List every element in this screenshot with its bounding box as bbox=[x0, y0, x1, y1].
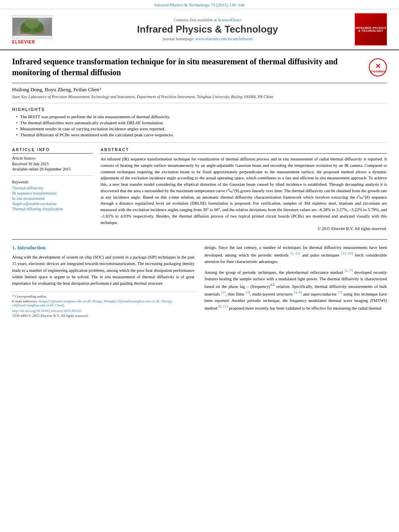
corresponding-author-note: * Corresponding author. bbox=[12, 294, 195, 298]
history-label: Article history: bbox=[12, 156, 93, 160]
journal-title-section: Contents lists available at ScienceDirec… bbox=[60, 18, 355, 41]
keywords-section: Keywords: Thermal diffusivity IR sequenc… bbox=[12, 180, 93, 211]
keywords-label: Keywords: bbox=[12, 180, 93, 184]
list-item: The IRSTT was proposed to perform the in… bbox=[16, 114, 387, 119]
keyword-item: IR sequence transformation bbox=[12, 191, 93, 195]
sciencedirect-line: Contents lists available at ScienceDirec… bbox=[68, 18, 347, 22]
cover-label: INFRARED PHYSICS & TECHNOLOGY bbox=[355, 27, 387, 32]
elsevier-logo-section: ELSEVIER bbox=[12, 15, 60, 44]
ref-2: [2] bbox=[221, 290, 226, 294]
body-paragraph-2: design. Since the last century, a number… bbox=[205, 244, 387, 265]
main-content: Infrared sequence transformation techniq… bbox=[0, 50, 399, 326]
highlights-list: The IRSTT was proposed to perform the in… bbox=[12, 114, 387, 137]
journal-title: Infrared Physics & Technology bbox=[68, 24, 347, 35]
keyword-item: Thermal diffusivity bbox=[12, 186, 93, 190]
ref-12-25: [12–25] bbox=[341, 251, 353, 255]
logo-graphic bbox=[12, 18, 52, 36]
elsevier-tree-icon bbox=[18, 19, 46, 35]
issn-line: 1350-4495/© 2015 Elsevier B.V. All right… bbox=[12, 314, 195, 318]
ref-7: [7] bbox=[338, 290, 342, 294]
abstract-text: An infrared (IR) sequence transformation… bbox=[101, 156, 387, 232]
ref-1-11: [1–11] bbox=[290, 251, 300, 255]
article-history: Article history: Received 30 July 2015 A… bbox=[12, 156, 93, 176]
sciencedirect-link[interactable]: ScienceDirect bbox=[218, 18, 242, 22]
homepage-url[interactable]: www.elsevier.com/locate/infrared bbox=[195, 37, 253, 41]
body-paragraph-1: Along with the development of system on … bbox=[12, 254, 195, 287]
ref-4-6: [4–6] bbox=[294, 290, 302, 294]
body-col-left: 1. Introduction Along with the developme… bbox=[12, 244, 195, 318]
ref-3: [3] bbox=[246, 290, 250, 294]
email-note: E-mail addresses: dongh11@mails.tsinghua… bbox=[12, 299, 195, 307]
article-info-label: ARTICLE INFO bbox=[12, 148, 93, 154]
keyword-item: Thermal diffusing visualization bbox=[12, 207, 93, 211]
abstract-section: ABSTRACT An infrared (IR) sequence trans… bbox=[101, 148, 387, 232]
corresponding-author-marker: * bbox=[99, 86, 102, 92]
list-item: Thermal diffusions of PCBs were monitore… bbox=[16, 132, 387, 137]
journal-header: ELSEVIER Contents lists available at Sci… bbox=[0, 9, 399, 50]
sciencedirect-prefix: Contents lists available at bbox=[173, 18, 218, 22]
journal-cover-image: INFRARED PHYSICS & TECHNOLOGY bbox=[355, 13, 387, 45]
available-date: Available online 26 September 2015 bbox=[12, 167, 93, 171]
article-title-section: Infrared sequence transformation techniq… bbox=[12, 56, 387, 83]
footnote-section: * Corresponding author. E-mail addresses… bbox=[12, 292, 195, 318]
received-date: Received 30 July 2015 bbox=[12, 162, 93, 166]
intro-heading: 1. Introduction bbox=[12, 244, 195, 251]
elsevier-wordmark: ELSEVIER bbox=[12, 40, 35, 44]
crossmark-badge[interactable]: ✕ CrossMark bbox=[369, 58, 387, 76]
authors-text: Huilong Dong, Boyu Zheng, Feifan Chen bbox=[12, 86, 99, 92]
ref-8-11: [8–11] bbox=[218, 304, 228, 308]
keyword-item: Angle-adjustable excitation bbox=[12, 201, 93, 206]
body-two-col: 1. Introduction Along with the developme… bbox=[12, 244, 387, 318]
article-info-column: ARTICLE INFO Article history: Received 3… bbox=[12, 148, 93, 232]
highlights-label: HIGHLIGHTS bbox=[12, 107, 387, 112]
list-item: The thermal diffusivities were automatic… bbox=[16, 120, 387, 125]
list-item: Measurement results in case of varying e… bbox=[16, 126, 387, 131]
article-info-abstract-row: ARTICLE INFO Article history: Received 3… bbox=[12, 148, 387, 232]
highlights-section: HIGHLIGHTS The IRSTT was proposed to per… bbox=[12, 107, 387, 143]
introduction-section: 1. Introduction Along with the developme… bbox=[12, 239, 387, 318]
article-title: Infrared sequence transformation techniq… bbox=[12, 56, 363, 78]
affiliation-text: State Key Laboratory of Precision Measur… bbox=[12, 94, 387, 103]
elsevier-logo: ELSEVIER bbox=[12, 15, 60, 44]
keyword-item: In situ measurement bbox=[12, 196, 93, 201]
journal-reference-bar: Infrared Physics & Technology 73 (2015) … bbox=[0, 0, 399, 9]
homepage-prefix: journal homepage: bbox=[163, 37, 195, 41]
journal-reference-text: Infrared Physics & Technology 73 (2015) … bbox=[154, 2, 245, 7]
copyright-text: © 2015 Elsevier B.V. All rights reserved… bbox=[101, 226, 387, 232]
logo-image bbox=[12, 15, 52, 39]
crossmark-label: CrossMark bbox=[370, 70, 385, 73]
body-paragraph-3: Among the group of periodic techniques, … bbox=[205, 268, 387, 312]
ref-2-7: [2–7] bbox=[345, 269, 353, 273]
email-label: E-mail addresses: bbox=[12, 299, 39, 303]
doi-line[interactable]: http://dx.doi.org/10.1016/j.infrared.201… bbox=[12, 309, 195, 313]
body-col-right: design. Since the last century, a number… bbox=[205, 244, 387, 318]
journal-homepage: journal homepage: www.elsevier.com/locat… bbox=[68, 37, 347, 41]
authors-line: Huilong Dong, Boyu Zheng, Feifan Chen* bbox=[12, 86, 387, 93]
abstract-label: ABSTRACT bbox=[101, 148, 387, 154]
